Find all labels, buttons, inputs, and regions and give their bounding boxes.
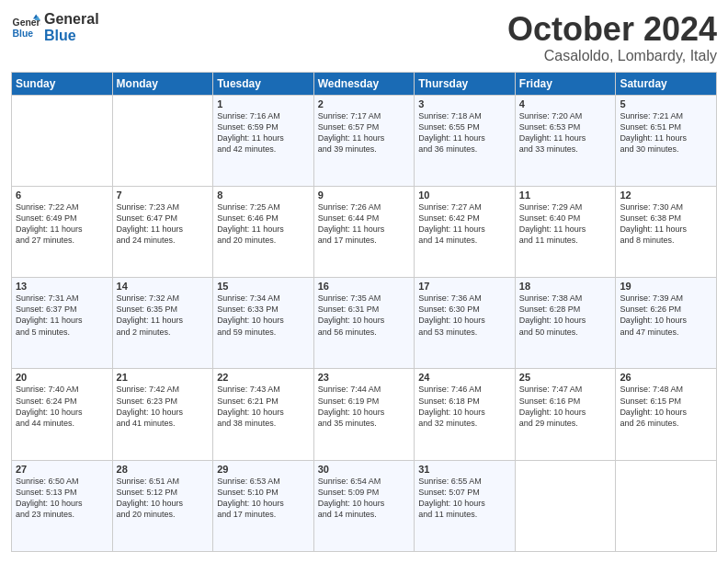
logo-line1: General [44,11,99,28]
cell-details: Sunrise: 7:27 AMSunset: 6:42 PMDaylight:… [418,201,511,247]
cell-details: Sunrise: 7:43 AMSunset: 6:21 PMDaylight:… [217,384,310,429]
calendar-cell: 3Sunrise: 7:18 AMSunset: 6:55 PMDaylight… [415,95,516,186]
day-number: 19 [620,281,712,292]
day-number: 23 [318,372,411,383]
calendar-header-row: SundayMondayTuesdayWednesdayThursdayFrid… [12,72,717,95]
cell-details: Sunrise: 6:51 AMSunset: 5:12 PMDaylight:… [117,476,210,521]
day-number: 12 [620,190,712,201]
day-number: 7 [117,190,210,201]
calendar-cell: 15Sunrise: 7:34 AMSunset: 6:33 PMDayligh… [213,278,314,369]
cell-details: Sunrise: 7:39 AMSunset: 6:26 PMDaylight:… [620,293,712,338]
day-number: 13 [16,281,108,292]
header-day-thursday: Thursday [415,72,516,95]
day-number: 28 [117,464,210,475]
calendar-cell: 19Sunrise: 7:39 AMSunset: 6:26 PMDayligh… [616,278,717,369]
cell-details: Sunrise: 7:38 AMSunset: 6:28 PMDaylight:… [519,293,612,338]
day-number: 11 [519,190,612,201]
day-number: 1 [217,98,310,109]
cell-details: Sunrise: 6:50 AMSunset: 5:13 PMDaylight:… [16,476,108,521]
calendar-cell: 24Sunrise: 7:46 AMSunset: 6:18 PMDayligh… [415,369,516,460]
cell-details: Sunrise: 7:22 AMSunset: 6:49 PMDaylight:… [16,201,108,247]
day-number: 14 [117,281,210,292]
header: General Blue General Blue October 2024 C… [11,11,717,64]
calendar-cell: 22Sunrise: 7:43 AMSunset: 6:21 PMDayligh… [213,369,314,460]
calendar-week-2: 6Sunrise: 7:22 AMSunset: 6:49 PMDaylight… [12,186,717,277]
logo: General Blue General Blue [11,11,99,43]
main-title: October 2024 [507,11,717,48]
day-number: 4 [519,98,612,109]
cell-details: Sunrise: 7:30 AMSunset: 6:38 PMDaylight:… [620,201,712,247]
day-number: 27 [16,464,108,475]
calendar-cell: 8Sunrise: 7:25 AMSunset: 6:46 PMDaylight… [213,186,314,277]
header-day-sunday: Sunday [12,72,113,95]
day-number: 3 [418,98,511,109]
calendar-cell: 30Sunrise: 6:54 AMSunset: 5:09 PMDayligh… [313,460,415,551]
calendar-cell: 25Sunrise: 7:47 AMSunset: 6:16 PMDayligh… [515,369,616,460]
calendar-cell: 12Sunrise: 7:30 AMSunset: 6:38 PMDayligh… [616,186,717,277]
calendar-cell [112,95,213,186]
calendar-cell: 1Sunrise: 7:16 AMSunset: 6:59 PMDaylight… [213,95,314,186]
logo-line2: Blue [44,28,99,44]
calendar-cell [515,460,616,551]
day-number: 10 [418,190,511,201]
day-number: 18 [519,281,612,292]
cell-details: Sunrise: 6:54 AMSunset: 5:09 PMDaylight:… [318,476,411,521]
calendar-cell: 10Sunrise: 7:27 AMSunset: 6:42 PMDayligh… [415,186,516,277]
cell-details: Sunrise: 7:46 AMSunset: 6:18 PMDaylight:… [418,384,511,429]
calendar-cell [12,95,113,186]
calendar-cell: 20Sunrise: 7:40 AMSunset: 6:24 PMDayligh… [12,369,113,460]
day-number: 6 [16,190,108,201]
header-day-monday: Monday [112,72,213,95]
calendar-cell: 27Sunrise: 6:50 AMSunset: 5:13 PMDayligh… [12,460,113,551]
day-number: 16 [318,281,411,292]
cell-details: Sunrise: 7:32 AMSunset: 6:35 PMDaylight:… [117,293,210,338]
title-block: October 2024 Casaloldo, Lombardy, Italy [507,11,717,64]
cell-details: Sunrise: 7:16 AMSunset: 6:59 PMDaylight:… [217,110,310,155]
calendar-cell: 17Sunrise: 7:36 AMSunset: 6:30 PMDayligh… [415,278,516,369]
header-day-tuesday: Tuesday [213,72,314,95]
day-number: 5 [620,98,712,109]
cell-details: Sunrise: 7:18 AMSunset: 6:55 PMDaylight:… [418,110,511,155]
cell-details: Sunrise: 7:23 AMSunset: 6:47 PMDaylight:… [117,201,210,247]
calendar-week-4: 20Sunrise: 7:40 AMSunset: 6:24 PMDayligh… [12,369,717,460]
calendar-week-5: 27Sunrise: 6:50 AMSunset: 5:13 PMDayligh… [12,460,717,551]
calendar-table: SundayMondayTuesdayWednesdayThursdayFrid… [11,72,717,552]
cell-details: Sunrise: 7:48 AMSunset: 6:15 PMDaylight:… [620,384,712,429]
cell-details: Sunrise: 7:21 AMSunset: 6:51 PMDaylight:… [620,110,712,155]
cell-details: Sunrise: 7:20 AMSunset: 6:53 PMDaylight:… [519,110,612,155]
day-number: 15 [217,281,310,292]
calendar-cell: 18Sunrise: 7:38 AMSunset: 6:28 PMDayligh… [515,278,616,369]
calendar-cell: 16Sunrise: 7:35 AMSunset: 6:31 PMDayligh… [313,278,415,369]
cell-details: Sunrise: 7:29 AMSunset: 6:40 PMDaylight:… [519,201,612,247]
day-number: 17 [418,281,511,292]
calendar-cell [616,460,717,551]
subtitle: Casaloldo, Lombardy, Italy [507,48,717,64]
cell-details: Sunrise: 7:34 AMSunset: 6:33 PMDaylight:… [217,293,310,338]
logo-icon: General Blue [11,13,40,42]
day-number: 9 [318,190,411,201]
cell-details: Sunrise: 7:44 AMSunset: 6:19 PMDaylight:… [318,384,411,429]
day-number: 22 [217,372,310,383]
cell-details: Sunrise: 7:17 AMSunset: 6:57 PMDaylight:… [318,110,411,155]
day-number: 25 [519,372,612,383]
day-number: 30 [318,464,411,475]
cell-details: Sunrise: 6:53 AMSunset: 5:10 PMDaylight:… [217,476,310,521]
day-number: 2 [318,98,411,109]
cell-details: Sunrise: 7:36 AMSunset: 6:30 PMDaylight:… [418,293,511,338]
day-number: 8 [217,190,310,201]
calendar-cell: 29Sunrise: 6:53 AMSunset: 5:10 PMDayligh… [213,460,314,551]
svg-text:Blue: Blue [13,28,34,38]
calendar-cell: 23Sunrise: 7:44 AMSunset: 6:19 PMDayligh… [313,369,415,460]
day-number: 21 [117,372,210,383]
header-day-friday: Friday [515,72,616,95]
calendar-cell: 13Sunrise: 7:31 AMSunset: 6:37 PMDayligh… [12,278,113,369]
header-day-saturday: Saturday [616,72,717,95]
calendar-cell: 2Sunrise: 7:17 AMSunset: 6:57 PMDaylight… [313,95,415,186]
cell-details: Sunrise: 6:55 AMSunset: 5:07 PMDaylight:… [418,476,511,521]
header-day-wednesday: Wednesday [313,72,415,95]
calendar-week-3: 13Sunrise: 7:31 AMSunset: 6:37 PMDayligh… [12,278,717,369]
calendar-cell: 9Sunrise: 7:26 AMSunset: 6:44 PMDaylight… [313,186,415,277]
day-number: 20 [16,372,108,383]
page: General Blue General Blue October 2024 C… [0,0,728,563]
calendar-cell: 21Sunrise: 7:42 AMSunset: 6:23 PMDayligh… [112,369,213,460]
